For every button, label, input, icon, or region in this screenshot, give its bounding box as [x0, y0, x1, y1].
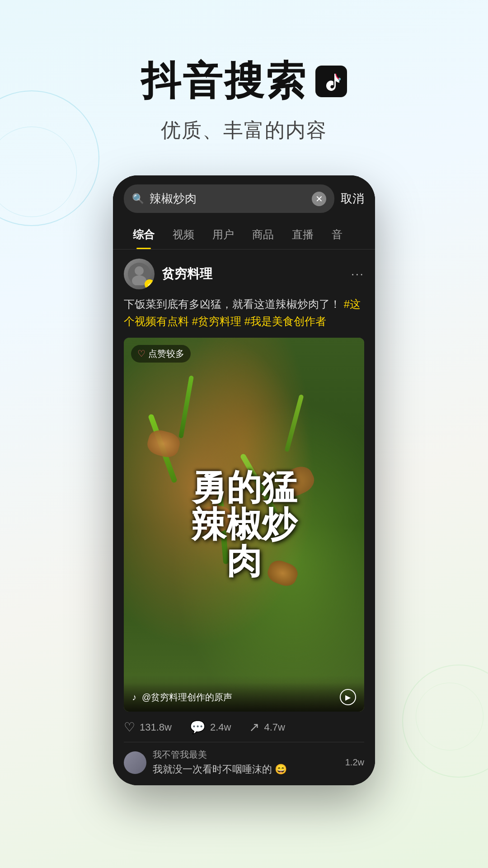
search-icon: 🔍	[132, 193, 144, 205]
bg-circle-4	[416, 683, 483, 750]
shares-count[interactable]: ↗ 4.7w	[249, 720, 285, 735]
search-cancel-button[interactable]: 取消	[341, 191, 364, 207]
post-text: 下饭菜到底有多凶猛，就看这道辣椒炒肉了！ #这个视频有点料 #贫穷料理 #我是美…	[124, 296, 364, 330]
video-title-lines: 勇的猛 辣椒炒 肉	[191, 469, 297, 580]
tiktok-music-icon: ♪	[132, 692, 136, 703]
tab-音乐[interactable]: 音	[323, 220, 352, 249]
likes-count[interactable]: ♡ 131.8w	[124, 720, 172, 735]
comment-preview: 我不管我最美 我就没一次看时不咽唾沫的 😄 1.2w	[124, 742, 364, 776]
phone-mockup: 🔍 辣椒炒肉 ✕ 取消 综合 视频 用户 商品 直播 音	[113, 175, 375, 785]
hashtag-2[interactable]: #贫穷料理	[192, 315, 244, 327]
title-overlay-container: 勇的猛 辣椒炒 肉	[124, 338, 364, 712]
search-query: 辣椒炒肉	[150, 191, 306, 207]
user-avatar[interactable]: ✓	[124, 259, 155, 289]
title-text: 抖音搜索	[141, 54, 307, 108]
search-bar: 🔍 辣椒炒肉 ✕ 取消	[113, 175, 375, 220]
hashtag-3[interactable]: #我是美食创作者	[244, 315, 326, 327]
username[interactable]: 贫穷料理	[162, 265, 212, 283]
comment-text-col: 我不管我最美 我就没一次看时不咽唾沫的 😄	[153, 749, 339, 776]
popular-heart-icon: ♡	[137, 348, 145, 359]
popular-badge: ♡ 点赞较多	[131, 345, 191, 363]
tab-综合[interactable]: 综合	[124, 220, 164, 249]
main-title: 抖音搜索	[0, 54, 488, 108]
title-line-3: 肉	[226, 543, 262, 580]
play-button[interactable]: ▶	[340, 689, 356, 705]
content-area: ✓ 贫穷料理 ··· 下饭菜到底有多凶猛，就看这道辣椒炒肉了！ #这个视频有点料…	[113, 250, 375, 785]
video-overlay-text: 勇的猛 辣椒炒 肉	[124, 338, 364, 712]
comments-value: 2.4w	[210, 722, 231, 733]
commenter-avatar	[124, 751, 146, 774]
more-options-button[interactable]: ···	[351, 267, 364, 281]
share-icon: ↗	[249, 720, 259, 735]
tab-直播[interactable]: 直播	[283, 220, 323, 249]
search-input-wrap[interactable]: 🔍 辣椒炒肉 ✕	[124, 184, 334, 213]
popular-badge-text: 点赞较多	[148, 348, 184, 360]
title-line-1: 勇的猛	[191, 469, 297, 506]
tab-商品[interactable]: 商品	[243, 220, 283, 249]
likes-value: 131.8w	[140, 722, 172, 733]
tab-视频[interactable]: 视频	[164, 220, 203, 249]
verified-badge: ✓	[145, 279, 155, 289]
post-text-main: 下饭菜到底有多凶猛，就看这道辣椒炒肉了！	[124, 298, 341, 310]
video-bottom-bar: ♪ @贫穷料理创作的原声 ▶	[124, 683, 364, 712]
svg-point-2	[135, 266, 144, 275]
commenter-name: 我不管我最美	[153, 749, 339, 761]
comments-count[interactable]: 💬 2.4w	[190, 720, 231, 735]
title-line-2: 辣椒炒	[191, 506, 297, 543]
comment-likes: 1.2w	[345, 757, 364, 768]
comment-icon: 💬	[190, 720, 206, 735]
post-user-row: ✓ 贫穷料理 ···	[124, 259, 364, 289]
tiktok-brand-icon	[315, 66, 347, 97]
tab-用户[interactable]: 用户	[203, 220, 243, 249]
engagement-row: ♡ 131.8w 💬 2.4w ↗ 4.7w	[124, 720, 364, 742]
video-title-text: 勇的猛 辣椒炒 肉	[191, 469, 297, 580]
audio-text: @贫穷料理创作的原声	[142, 691, 334, 703]
search-clear-button[interactable]: ✕	[312, 192, 326, 206]
video-thumb-inner: 勇的猛 辣椒炒 肉 ♡ 点赞较多	[124, 338, 364, 712]
shares-value: 4.7w	[264, 722, 285, 733]
search-tabs: 综合 视频 用户 商品 直播 音	[113, 220, 375, 250]
phone-screen: 🔍 辣椒炒肉 ✕ 取消 综合 视频 用户 商品 直播 音	[113, 175, 375, 785]
comment-content: 我就没一次看时不咽唾沫的 😄	[153, 763, 339, 776]
like-icon: ♡	[124, 720, 135, 735]
video-thumbnail[interactable]: 勇的猛 辣椒炒 肉 ♡ 点赞较多	[124, 338, 364, 712]
